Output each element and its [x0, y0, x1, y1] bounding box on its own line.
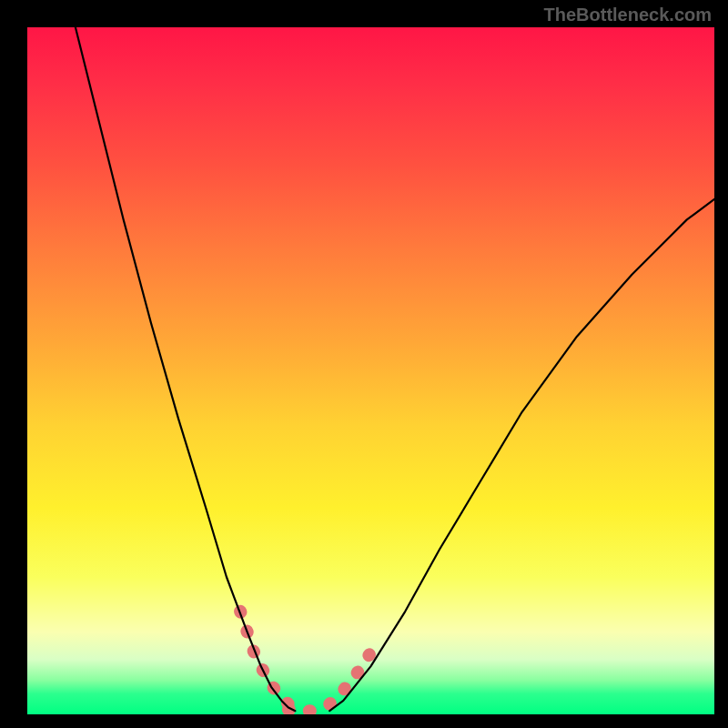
curve-lines — [76, 27, 714, 711]
series-left-curve — [76, 27, 296, 711]
watermark-text: TheBottleneck.com — [544, 5, 712, 25]
series-right-curve — [329, 199, 714, 711]
series-left-highlight — [240, 612, 288, 704]
chart-plot-area — [27, 27, 714, 714]
series-right-highlight — [329, 652, 370, 704]
chart-svg — [27, 27, 714, 714]
